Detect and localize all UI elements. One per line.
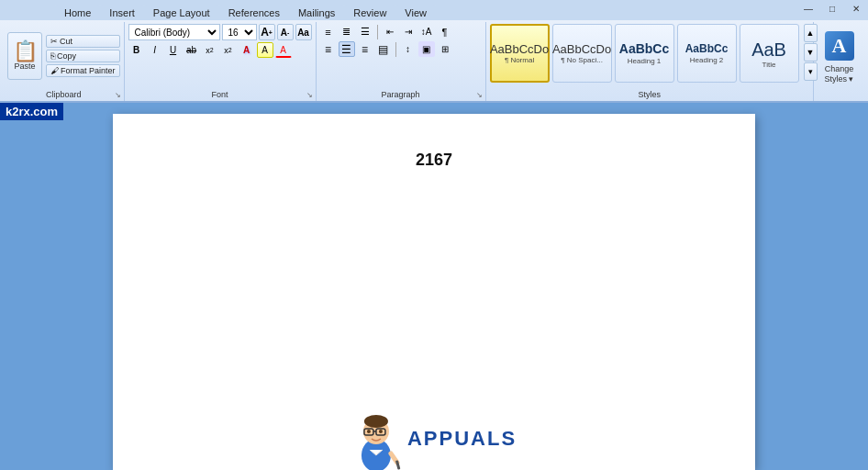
svg-point-2 <box>364 415 388 428</box>
tab-references[interactable]: References <box>219 6 289 20</box>
document-area: k2rx.com 2167 <box>0 103 868 470</box>
clipboard-expand[interactable]: ↘ <box>115 91 121 99</box>
text-effects-button[interactable]: A <box>239 42 255 58</box>
svg-point-6 <box>367 430 371 433</box>
clipboard-label: Clipboard <box>4 90 124 99</box>
font-color-button[interactable]: A <box>275 42 292 58</box>
divider1 <box>377 25 378 39</box>
sort-button[interactable]: ↕A <box>418 24 435 39</box>
styles-row: AaBbCcDo ¶ Normal AaBbCcDo ¶ No Spaci...… <box>490 24 809 88</box>
tab-mailings[interactable]: Mailings <box>289 6 344 20</box>
tab-review[interactable]: Review <box>344 6 395 20</box>
style-heading2-name: Heading 2 <box>690 56 723 64</box>
para-row1: ≡ ≣ ☰ ⇤ ⇥ ↕A ¶ <box>320 24 482 39</box>
style-heading1-button[interactable]: AaBbCc Heading 1 <box>615 24 674 83</box>
paste-label: Paste <box>14 62 35 71</box>
appuals-text: APPUALS <box>407 427 517 451</box>
font-size-select[interactable]: 16 <box>222 24 257 40</box>
italic-button[interactable]: I <box>147 42 163 58</box>
paragraph-label: Paragraph <box>317 90 485 99</box>
minimize-button[interactable]: — <box>796 0 820 17</box>
window-controls: — □ ✕ <box>796 0 868 17</box>
style-normal-name: ¶ Normal <box>505 56 534 64</box>
style-normal-button[interactable]: AaBbCcDo ¶ Normal <box>490 24 550 83</box>
paste-button[interactable]: 📋 Paste <box>7 32 42 80</box>
increase-indent-button[interactable]: ⇥ <box>400 24 417 39</box>
paste-icon: 📋 <box>13 41 38 62</box>
font-shrink-button[interactable]: A- <box>277 24 294 40</box>
font-grow-button[interactable]: A+ <box>259 24 275 40</box>
tab-view[interactable]: View <box>395 6 436 20</box>
style-title-button[interactable]: AaB Title <box>740 24 799 83</box>
shading-button[interactable]: ▣ <box>418 41 435 57</box>
style-heading2-preview: AaBbCc <box>685 42 729 55</box>
paragraph-section: ≡ ≣ ☰ ⇤ ⇥ ↕A ¶ ≡ ☰ ≡ ▤ ↕ ▣ ⊞ Paragraph <box>317 22 486 101</box>
decrease-indent-button[interactable]: ⇤ <box>382 24 398 39</box>
bold-button[interactable]: B <box>128 42 145 58</box>
cut-button[interactable]: ✂ Cut <box>46 35 120 48</box>
tab-bar: Home Insert Page Layout References Maili… <box>0 0 868 20</box>
superscript-button[interactable]: x2 <box>220 42 237 58</box>
appuals-character-icon <box>351 408 402 470</box>
font-label: Font <box>125 90 316 99</box>
numbered-list-button[interactable]: ≣ <box>339 24 355 39</box>
style-title-name: Title <box>762 61 776 69</box>
style-normal-preview: AaBbCcDo <box>490 42 549 57</box>
align-left-button[interactable]: ≡ <box>320 41 337 57</box>
show-hide-button[interactable]: ¶ <box>437 24 453 39</box>
clipboard-section: 📋 Paste ✂ Cut ⎘ Copy 🖌 Format Painter Cl… <box>4 22 125 101</box>
font-expand[interactable]: ↘ <box>306 91 313 99</box>
clipboard-top: 📋 Paste ✂ Cut ⎘ Copy 🖌 Format Painter <box>7 24 120 88</box>
styles-section: AaBbCcDo ¶ Normal AaBbCcDo ¶ No Spaci...… <box>486 22 814 101</box>
para-row2: ≡ ☰ ≡ ▤ ↕ ▣ ⊞ <box>320 41 482 57</box>
bullets-button[interactable]: ≡ <box>320 24 337 39</box>
style-heading2-button[interactable]: AaBbCc Heading 2 <box>677 24 737 83</box>
style-heading1-preview: AaBbCc <box>619 41 669 57</box>
divider2 <box>395 42 396 57</box>
change-styles-section: A ChangeStyles ▾ <box>814 22 864 101</box>
change-styles-icon: A <box>825 31 854 61</box>
svg-point-7 <box>379 430 383 433</box>
style-title-preview: AaB <box>751 39 786 61</box>
borders-button[interactable]: ⊞ <box>437 41 453 57</box>
change-styles-button[interactable]: A ChangeStyles ▾ <box>818 31 861 84</box>
change-styles-label: ChangeStyles ▾ <box>824 64 853 84</box>
underline-button[interactable]: U <box>165 42 182 58</box>
copy-button[interactable]: ⎘ Copy <box>46 50 120 62</box>
font-name-select[interactable]: Calibri (Body) <box>128 24 220 40</box>
subscript-button[interactable]: x2 <box>202 42 218 58</box>
ribbon: 📋 Paste ✂ Cut ⎘ Copy 🖌 Format Painter Cl… <box>0 20 868 103</box>
style-no-spacing-button[interactable]: AaBbCcDo ¶ No Spaci... <box>552 24 612 83</box>
tab-page-layout[interactable]: Page Layout <box>144 6 219 20</box>
line-spacing-button[interactable]: ↕ <box>400 41 417 57</box>
justify-button[interactable]: ▤ <box>375 41 392 57</box>
document-number: 2167 <box>416 151 452 170</box>
format-painter-button[interactable]: 🖌 Format Painter <box>46 64 120 77</box>
appuals-text-container: APPUALS <box>407 427 517 451</box>
svg-rect-9 <box>395 460 400 469</box>
appuals-area: APPUALS <box>351 408 517 470</box>
paragraph-expand[interactable]: ↘ <box>476 91 483 99</box>
multilevel-list-button[interactable]: ☰ <box>357 24 373 39</box>
style-heading1-name: Heading 1 <box>628 57 661 65</box>
paper-content: 2167 <box>113 114 755 298</box>
clipboard-side: ✂ Cut ⎘ Copy 🖌 Format Painter <box>46 35 120 77</box>
align-center-button[interactable]: ☰ <box>339 41 355 57</box>
close-button[interactable]: ✕ <box>844 0 868 17</box>
tab-home[interactable]: Home <box>55 6 100 20</box>
strikethrough-button[interactable]: ab <box>184 42 200 58</box>
highlight-button[interactable]: A <box>257 42 273 58</box>
font-row1: Calibri (Body) 16 A+ A- Aa <box>128 24 312 40</box>
font-section: Calibri (Body) 16 A+ A- Aa B I U ab x2 x… <box>125 22 317 101</box>
change-icon-letter: A <box>832 34 847 58</box>
tab-insert[interactable]: Insert <box>100 6 144 20</box>
clear-format-button[interactable]: Aa <box>295 24 312 40</box>
paper: 2167 <box>113 114 755 470</box>
maximize-button[interactable]: □ <box>820 0 844 17</box>
style-no-spacing-name: ¶ No Spaci... <box>561 56 603 64</box>
align-right-button[interactable]: ≡ <box>357 41 373 57</box>
style-no-spacing-preview: AaBbCcDo <box>552 42 611 57</box>
font-format-row: B I U ab x2 x2 A A A <box>128 42 312 58</box>
styles-label: Styles <box>486 90 813 99</box>
watermark: k2rx.com <box>0 103 63 120</box>
